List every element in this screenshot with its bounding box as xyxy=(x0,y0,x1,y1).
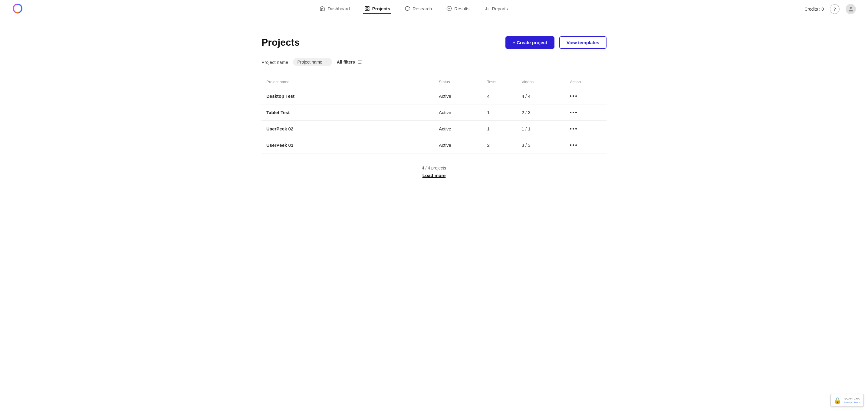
main-content: Projects + Create project View templates… xyxy=(237,18,631,196)
nav-reports-label: Reports xyxy=(492,6,508,11)
nav-research-label: Research xyxy=(412,6,432,11)
project-name-cell: Desktop Test xyxy=(261,88,434,104)
nav-results-label: Results xyxy=(454,6,469,11)
project-tests-cell: 2 xyxy=(483,137,517,153)
help-button[interactable]: ? xyxy=(830,4,840,14)
col-header-tests: Tests xyxy=(483,76,517,88)
dot-3 xyxy=(575,145,577,146)
recaptcha-badge: 🔒 reCAPTCHA Privacy - Terms xyxy=(831,394,864,407)
action-dots-button[interactable] xyxy=(570,95,602,97)
project-tests-cell: 1 xyxy=(483,121,517,137)
filter-label: Project name xyxy=(261,60,288,65)
action-dots-button[interactable] xyxy=(570,112,602,113)
project-videos-cell: 4 / 4 xyxy=(517,88,565,104)
project-status-cell: Active xyxy=(434,104,483,121)
table-row[interactable]: Tablet Test Active 1 2 / 3 xyxy=(261,104,607,121)
recaptcha-terms-link[interactable]: Terms xyxy=(854,401,861,404)
nav-item-dashboard[interactable]: Dashboard xyxy=(318,4,351,14)
all-filters-button[interactable]: All filters xyxy=(337,60,362,64)
project-tests-cell: 4 xyxy=(483,88,517,104)
svg-rect-4 xyxy=(367,9,369,10)
dot-3 xyxy=(575,95,577,97)
project-action-cell xyxy=(565,121,607,137)
project-tests-cell: 1 xyxy=(483,104,517,121)
create-project-button[interactable]: + Create project xyxy=(505,36,554,49)
svg-rect-1 xyxy=(365,6,367,8)
dot-1 xyxy=(570,112,571,113)
nav-item-results[interactable]: Results xyxy=(445,4,471,14)
project-videos-cell: 2 / 3 xyxy=(517,104,565,121)
credits-link[interactable]: Credits : 0 xyxy=(804,7,824,11)
navbar: Dashboard Projects Research Results xyxy=(0,0,868,18)
svg-point-9 xyxy=(850,7,852,9)
nav-item-research[interactable]: Research xyxy=(403,4,433,14)
pagination-count: 4 / 4 projects xyxy=(261,165,607,170)
col-header-action: Action xyxy=(565,76,607,88)
dot-1 xyxy=(570,128,571,130)
project-name-filter-dropdown[interactable]: Project name xyxy=(293,58,332,66)
nav-item-reports[interactable]: Reports xyxy=(483,4,509,14)
dot-1 xyxy=(570,145,571,146)
dot-3 xyxy=(575,112,577,113)
col-header-videos: Videos xyxy=(517,76,565,88)
load-more-button[interactable]: Load more xyxy=(423,173,446,178)
project-status-cell: Active xyxy=(434,121,483,137)
all-filters-label: All filters xyxy=(337,60,355,64)
filter-dropdown-label: Project name xyxy=(297,60,322,64)
table-row[interactable]: UserPeek 02 Active 1 1 / 1 xyxy=(261,121,607,137)
dot-2 xyxy=(572,145,574,146)
svg-rect-3 xyxy=(365,9,367,10)
pagination-section: 4 / 4 projects Load more xyxy=(261,165,607,178)
dot-2 xyxy=(572,95,574,97)
logo[interactable] xyxy=(12,3,23,15)
recaptcha-privacy-link[interactable]: Privacy xyxy=(844,401,851,404)
header-actions: + Create project View templates xyxy=(505,36,607,49)
project-status-cell: Active xyxy=(434,88,483,104)
nav-projects-label: Projects xyxy=(372,6,390,11)
dot-2 xyxy=(572,112,574,113)
action-dots-button[interactable] xyxy=(570,128,602,130)
col-header-status: Status xyxy=(434,76,483,88)
svg-rect-2 xyxy=(367,6,369,8)
filter-icon xyxy=(358,60,362,64)
project-name-cell: UserPeek 02 xyxy=(261,121,434,137)
project-videos-cell: 1 / 1 xyxy=(517,121,565,137)
table-row[interactable]: Desktop Test Active 4 4 / 4 xyxy=(261,88,607,104)
project-name-cell: Tablet Test xyxy=(261,104,434,121)
project-name-cell: UserPeek 01 xyxy=(261,137,434,153)
chevron-down-icon xyxy=(324,60,328,64)
dot-1 xyxy=(570,95,571,97)
recaptcha-logo: 🔒 xyxy=(834,397,841,404)
svg-point-14 xyxy=(358,61,359,61)
project-action-cell xyxy=(565,104,607,121)
navbar-right: Credits : 0 ? xyxy=(804,4,856,14)
view-templates-button[interactable]: View templates xyxy=(559,36,607,49)
action-dots-button[interactable] xyxy=(570,145,602,146)
svg-point-19 xyxy=(359,63,360,64)
nav-items: Dashboard Projects Research Results xyxy=(318,4,509,14)
nav-item-projects[interactable]: Projects xyxy=(363,4,391,14)
col-header-project-name: Project name xyxy=(261,76,434,88)
nav-dashboard-label: Dashboard xyxy=(328,6,349,11)
table-row[interactable]: UserPeek 01 Active 2 3 / 3 xyxy=(261,137,607,153)
project-videos-cell: 3 / 3 xyxy=(517,137,565,153)
recaptcha-text: reCAPTCHA Privacy - Terms xyxy=(844,397,861,404)
table-header-row: Project name Status Tests Videos Action xyxy=(261,76,607,88)
project-status-cell: Active xyxy=(434,137,483,153)
avatar-button[interactable] xyxy=(846,4,856,14)
dot-3 xyxy=(575,128,577,130)
filters-row: Project name Project name All filters xyxy=(261,58,607,66)
project-action-cell xyxy=(565,137,607,153)
page-title: Projects xyxy=(261,37,300,48)
dot-2 xyxy=(572,128,574,130)
project-action-cell xyxy=(565,88,607,104)
page-header: Projects + Create project View templates xyxy=(261,36,607,49)
projects-table: Project name Status Tests Videos Action … xyxy=(261,76,607,153)
